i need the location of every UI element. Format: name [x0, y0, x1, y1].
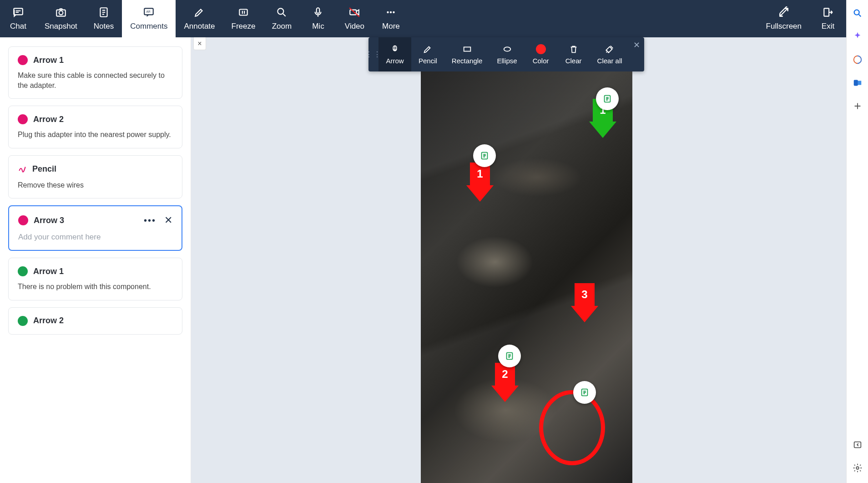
drag-handle-icon[interactable]: ⋮⋮	[368, 37, 378, 71]
color-tool-button[interactable]: Color	[525, 37, 557, 71]
arrow-number: 3	[575, 283, 595, 306]
note-icon	[505, 351, 515, 361]
comment-more-button[interactable]: •••	[144, 215, 156, 226]
svg-point-17	[504, 47, 510, 51]
freeze-label: Freeze	[232, 22, 256, 31]
comment-text: Plug this adapter into the nearest power…	[18, 130, 173, 140]
zoom-label: Zoom	[272, 22, 292, 31]
arrow-tool-button[interactable]: Arrow	[378, 37, 411, 71]
image-canvas[interactable]: 1 1 3 2	[421, 71, 632, 483]
mic-icon	[312, 6, 324, 18]
svg-rect-6	[239, 10, 247, 15]
arrow-green-icon	[18, 266, 28, 276]
note-dot[interactable]	[596, 87, 619, 110]
arrow-green-icon	[18, 316, 28, 326]
search-icon[interactable]	[853, 8, 863, 20]
comments-button[interactable]: AR Comments	[122, 0, 176, 37]
comment-title: Arrow 3	[34, 216, 64, 225]
video-button[interactable]: Video	[336, 0, 373, 37]
comment-text: Remove these wires	[18, 180, 173, 190]
arrow-red-icon	[18, 55, 28, 65]
viewer-area: ⋮⋮ Arrow Pencil Rectangle Ellipse	[191, 37, 846, 483]
clear-label: Clear	[565, 57, 582, 65]
clear-button[interactable]: Clear	[557, 37, 590, 71]
settings-icon[interactable]	[853, 463, 863, 475]
fullscreen-button[interactable]: Fullscreen	[758, 0, 810, 37]
right-rail	[846, 0, 868, 483]
note-icon	[602, 94, 612, 104]
arrow-red-icon	[18, 215, 28, 225]
comment-title: Arrow 2	[33, 115, 64, 124]
zoom-icon	[276, 6, 288, 18]
comment-close-button[interactable]: ✕	[164, 214, 172, 226]
ellipse-icon	[502, 44, 512, 54]
note-dot[interactable]	[498, 345, 521, 367]
svg-line-10	[350, 8, 360, 17]
top-toolbar: Chat Snapshot Notes AR Comments Annotate…	[0, 0, 846, 37]
note-dot[interactable]	[573, 381, 596, 404]
pencil-tool-button[interactable]: Pencil	[411, 37, 444, 71]
exit-label: Exit	[822, 22, 834, 31]
copilot-icon[interactable]	[853, 31, 863, 43]
annotation-arrow-red-3[interactable]: 3	[571, 283, 598, 322]
snapshot-button[interactable]: Snapshot	[36, 0, 86, 37]
svg-point-13	[393, 11, 395, 13]
clear-all-button[interactable]: Clear all	[590, 37, 630, 71]
comment-card[interactable]: Arrow 1 Make sure this cable is connecte…	[8, 46, 182, 99]
freeze-button[interactable]: Freeze	[223, 0, 264, 37]
comment-title: Arrow 1	[33, 56, 64, 65]
rectangle-tool-button[interactable]: Rectangle	[444, 37, 490, 71]
mic-button[interactable]: Mic	[300, 0, 336, 37]
notes-button[interactable]: Notes	[86, 0, 122, 37]
comments-icon: AR	[143, 6, 155, 18]
exit-button[interactable]: Exit	[810, 0, 846, 37]
annotation-arrow-red-2[interactable]: 2	[491, 363, 519, 402]
outlook-icon[interactable]	[853, 78, 863, 90]
svg-text:AR: AR	[146, 10, 151, 13]
annotation-toolbar[interactable]: ⋮⋮ Arrow Pencil Rectangle Ellipse	[368, 37, 644, 71]
zoom-button[interactable]: Zoom	[263, 0, 300, 37]
annotation-arrow-red-1[interactable]: 1	[466, 163, 494, 202]
svg-point-2	[59, 11, 63, 15]
add-icon[interactable]	[853, 101, 863, 113]
comment-card-selected[interactable]: Arrow 3 ••• ✕ Add your comment here	[8, 205, 182, 251]
comment-text: Make sure this cable is connected secure…	[18, 71, 173, 90]
more-button[interactable]: More	[373, 0, 409, 37]
fullscreen-label: Fullscreen	[766, 22, 802, 31]
comment-card[interactable]: Arrow 1 There is no problem with this co…	[8, 258, 182, 300]
chat-button[interactable]: Chat	[0, 0, 36, 37]
svg-rect-8	[317, 8, 320, 13]
svg-point-11	[387, 11, 389, 13]
pencil-icon	[18, 164, 27, 175]
chat-label: Chat	[10, 22, 26, 31]
annotate-button[interactable]: Annotate	[176, 0, 223, 37]
exit-icon	[822, 6, 834, 18]
annotation-circle[interactable]	[539, 390, 605, 465]
sidebar-close-tab[interactable]: ×	[193, 37, 206, 50]
comments-label: Comments	[130, 22, 167, 31]
pencil-icon	[423, 44, 433, 54]
ellipse-tool-button[interactable]: Ellipse	[490, 37, 524, 71]
trash-icon	[569, 44, 579, 54]
arrow-down-icon	[390, 44, 400, 54]
expand-panel-icon[interactable]	[853, 440, 863, 452]
comment-card[interactable]: Arrow 2	[8, 307, 182, 335]
svg-point-22	[854, 10, 859, 15]
note-dot[interactable]	[473, 144, 496, 167]
color-swatch-icon	[536, 44, 546, 54]
svg-rect-14	[824, 8, 829, 16]
toolbar-spacer	[409, 0, 757, 37]
comment-card[interactable]: Arrow 2 Plug this adapter into the neare…	[8, 106, 182, 148]
notes-label: Notes	[94, 22, 114, 31]
annotation-toolbar-close[interactable]: ✕	[630, 37, 644, 71]
pencil-tool-label: Pencil	[419, 57, 437, 65]
svg-rect-23	[853, 80, 858, 86]
broom-icon	[605, 44, 615, 54]
comment-card[interactable]: Pencil Remove these wires	[8, 155, 182, 199]
ellipse-tool-label: Ellipse	[497, 57, 517, 65]
video-off-icon	[348, 6, 360, 18]
comment-text: There is no problem with this component.	[18, 282, 173, 292]
arrow-red-icon	[18, 114, 28, 124]
office-icon[interactable]	[853, 55, 863, 66]
comment-input[interactable]: Add your comment here	[18, 233, 172, 242]
